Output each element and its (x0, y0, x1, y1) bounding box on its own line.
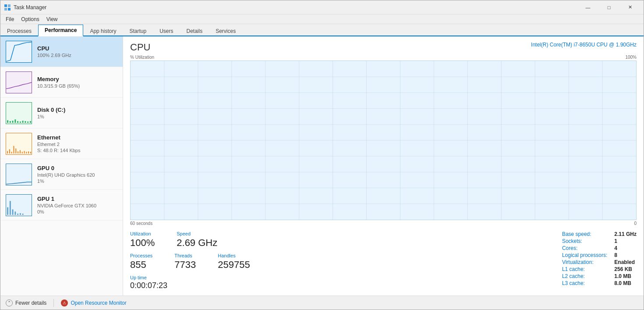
open-resource-monitor-button[interactable]: ⚠ Open Resource Monitor (61, 299, 126, 306)
l1-value: 256 KB (614, 266, 637, 272)
svg-rect-21 (14, 146, 14, 153)
l2-label: L2 cache: (562, 273, 607, 279)
cores-value: 4 (614, 245, 637, 251)
l2-value: 1.0 MB (614, 273, 637, 279)
tab-services[interactable]: Services (209, 25, 242, 36)
svg-rect-18 (7, 151, 8, 153)
task-manager-window: Task Manager — □ ✕ File Options View Pro… (0, 0, 644, 310)
processes-stat: Processes 855 (130, 253, 152, 271)
menu-file[interactable]: File (2, 15, 18, 23)
base-speed-label: Base speed: (562, 231, 607, 237)
sidebar-item-gpu0[interactable]: GPU 0 Intel(R) UHD Graphics 620 1% (0, 159, 123, 190)
main-panel: CPU Intel(R) Core(TM) i7-8650U CPU @ 1.9… (123, 36, 644, 296)
svg-rect-29 (30, 152, 31, 153)
tab-performance[interactable]: Performance (38, 25, 83, 36)
cpu-header: CPU Intel(R) Core(TM) i7-8650U CPU @ 1.9… (130, 42, 637, 53)
svg-rect-19 (9, 149, 10, 153)
svg-rect-20 (11, 152, 12, 153)
sidebar-item-ethernet[interactable]: Ethernet Ethernet 2 S: 48.0 R: 144 Kbps (0, 128, 123, 159)
svg-rect-25 (22, 152, 23, 153)
resource-monitor-icon: ⚠ (61, 299, 68, 306)
ethernet-stats: S: 48.0 R: 144 Kbps (37, 148, 117, 153)
threads-value: 7733 (174, 259, 196, 271)
graph-y-max: 100% (625, 55, 637, 60)
virtualization-label: Virtualization: (562, 259, 607, 265)
disk-label: Disk 0 (C:) (37, 107, 117, 113)
l3-value: 8.0 MB (614, 280, 637, 286)
svg-rect-3 (8, 8, 11, 11)
memory-thumbnail (6, 71, 32, 93)
gpu1-info: GPU 1 NVIDIA GeForce GTX 1060 0% (37, 196, 117, 214)
ethernet-info: Ethernet Ethernet 2 S: 48.0 R: 144 Kbps (37, 134, 117, 153)
l3-label: L3 cache: (562, 280, 607, 286)
cpu-label: CPU (37, 45, 117, 52)
tab-app-history[interactable]: App history (83, 25, 123, 36)
svg-rect-36 (17, 214, 18, 215)
fewer-details-button[interactable]: ⌃ Fewer details (6, 299, 46, 306)
sidebar-item-disk[interactable]: Disk 0 (C:) 1% (0, 98, 123, 128)
sockets-label: Sockets: (562, 238, 607, 244)
svg-rect-24 (20, 150, 21, 153)
gpu0-thumbnail (6, 164, 32, 185)
sidebar-item-cpu[interactable]: CPU 100% 2.69 GHz (0, 36, 123, 67)
sidebar-item-gpu1[interactable]: GPU 1 NVIDIA GeForce GTX 1060 0% (0, 190, 123, 221)
stats-row-1: Utilization 100% Speed 2.69 GHz (130, 231, 250, 249)
processes-value: 855 (130, 259, 152, 271)
sidebar-item-memory[interactable]: Memory 10.3/15.9 GB (65%) (0, 67, 123, 98)
memory-stats: 10.3/15.9 GB (65%) (37, 83, 117, 89)
svg-rect-34 (12, 209, 14, 214)
tab-startup[interactable]: Startup (123, 25, 153, 36)
window-controls: — □ ✕ (578, 0, 640, 14)
l1-label: L1 cache: (562, 266, 607, 272)
cpu-thumbnail (6, 41, 32, 63)
utilization-stat: Utilization 100% (130, 231, 155, 249)
memory-info: Memory 10.3/15.9 GB (65%) (37, 76, 117, 89)
speed-label: Speed (177, 231, 217, 236)
logical-value: 8 (614, 252, 637, 258)
utilization-label: Utilization (130, 231, 155, 236)
ethernet-sub: Ethernet 2 (37, 142, 117, 147)
maximize-button[interactable]: □ (599, 0, 619, 14)
tab-processes[interactable]: Processes (0, 25, 38, 36)
title-bar: Task Manager — □ ✕ (0, 0, 644, 14)
svg-rect-5 (6, 72, 32, 93)
svg-rect-23 (18, 151, 18, 153)
gpu1-thumbnail (6, 194, 32, 216)
svg-rect-12 (20, 121, 21, 123)
ethernet-thumbnail (6, 133, 32, 155)
cpu-info: CPU 100% 2.69 GHz (37, 45, 117, 58)
logical-label: Logical processors: (562, 252, 607, 258)
utilization-value: 100% (130, 237, 155, 249)
gpu1-label: GPU 1 (37, 196, 117, 202)
fewer-icon: ⌃ (6, 299, 13, 306)
svg-rect-6 (6, 103, 32, 124)
gpu0-label: GPU 0 (37, 165, 117, 171)
svg-rect-33 (10, 201, 11, 215)
gpu1-stats: 0% (37, 209, 117, 214)
svg-rect-8 (10, 121, 11, 123)
uptime-label: Up time (130, 275, 250, 280)
virtualization-value: Enabled (614, 259, 637, 265)
cpu-stats: 100% 2.69 GHz (37, 53, 117, 58)
sockets-value: 1 (614, 238, 637, 244)
svg-rect-27 (26, 152, 27, 153)
svg-rect-22 (15, 148, 16, 153)
gpu0-model: Intel(R) UHD Graphics 620 (37, 172, 117, 178)
close-button[interactable]: ✕ (620, 0, 640, 14)
tab-users[interactable]: Users (153, 25, 180, 36)
uptime-stat: Up time 0:00:07:23 (130, 275, 250, 290)
svg-rect-7 (7, 120, 8, 123)
processes-label: Processes (130, 253, 152, 258)
svg-rect-38 (22, 214, 24, 215)
main-content: CPU 100% 2.69 GHz Memory 10.3/15.9 (0, 36, 644, 296)
menu-bar: File Options View (0, 14, 644, 24)
minimize-button[interactable]: — (578, 0, 598, 14)
svg-rect-0 (4, 4, 7, 7)
tab-details[interactable]: Details (180, 25, 209, 36)
svg-rect-11 (17, 121, 18, 123)
left-stats: Utilization 100% Speed 2.69 GHz Processe… (130, 231, 250, 290)
threads-label: Threads (174, 253, 196, 258)
graph-labels: % Utilization 100% (130, 55, 637, 60)
menu-view[interactable]: View (43, 15, 61, 23)
menu-options[interactable]: Options (18, 15, 42, 23)
